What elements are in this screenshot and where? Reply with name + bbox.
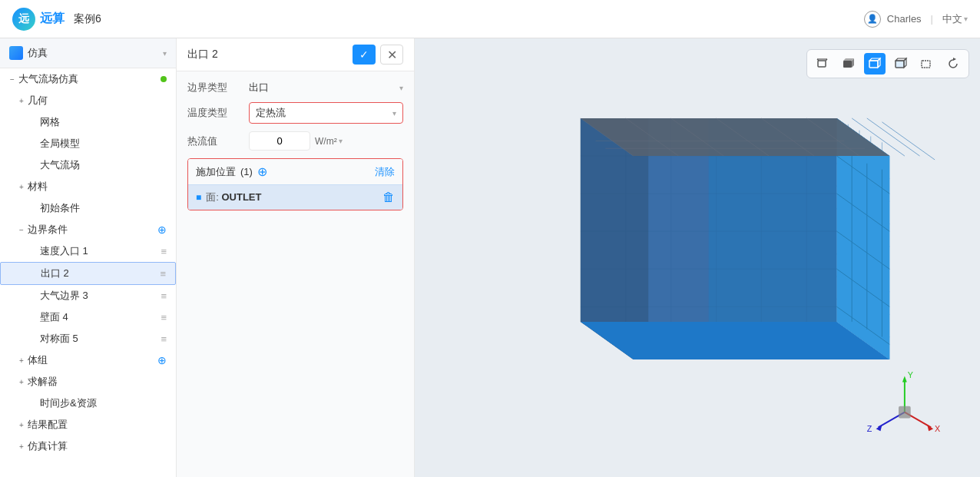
- boundary-type-row: 边界类型 出口 ▾: [187, 81, 403, 94]
- sidebar-item-vel-inlet1[interactable]: 速度入口 1 ≡: [0, 240, 176, 262]
- language-selector[interactable]: 中文 ▾: [942, 12, 968, 26]
- reset-view-button[interactable]: [942, 53, 964, 75]
- sidebar-item-sym5[interactable]: 对称面 5 ≡: [0, 328, 176, 349]
- sidebar: 仿真 ▾ − 大气流场仿真 + 几何 网格 全局模型 大气流场 + 材料: [0, 38, 177, 477]
- language-label: 中文: [942, 12, 962, 26]
- panel-body: 边界类型 出口 ▾ 温度类型 定热流 ▾ 热流值: [177, 71, 414, 220]
- heat-flux-input[interactable]: [249, 131, 310, 151]
- user-avatar-icon: 👤: [864, 11, 881, 28]
- unit-text: W/m²: [315, 136, 337, 147]
- svg-rect-13: [922, 61, 930, 68]
- chevron-down-icon: ▾: [339, 137, 343, 145]
- tree-label: 对称面 5: [40, 332, 161, 346]
- cube-icon: [9, 46, 23, 60]
- boundary-type-text: 出口: [249, 81, 269, 94]
- close-button[interactable]: ✕: [380, 45, 403, 65]
- sidebar-title: 仿真: [28, 46, 48, 60]
- tree-label: 大气流场: [40, 158, 167, 172]
- tree-label: 仿真计算: [28, 439, 167, 453]
- clear-button[interactable]: 清除: [375, 165, 395, 179]
- delete-location-button[interactable]: 🗑: [382, 190, 395, 204]
- add-body-button[interactable]: ⊕: [157, 354, 167, 366]
- confirm-button[interactable]: ✓: [353, 45, 376, 65]
- sidebar-item-atm-boundary3[interactable]: 大气边界 3 ≡: [0, 285, 176, 306]
- solid-view-button[interactable]: [838, 53, 859, 75]
- svg-rect-4: [843, 61, 852, 68]
- menu-icon[interactable]: ≡: [161, 333, 167, 345]
- sidebar-item-boundary[interactable]: − 边界条件 ⊕: [0, 219, 176, 240]
- svg-marker-14: [953, 58, 956, 61]
- temp-type-row: 温度类型 定热流 ▾: [187, 102, 403, 124]
- panel-header: 出口 2 ✓ ✕: [177, 38, 414, 71]
- perspective-view-button[interactable]: [812, 53, 833, 75]
- sidebar-item-global-model[interactable]: 全局模型: [0, 133, 176, 154]
- sidebar-item-solver[interactable]: + 求解器: [0, 371, 176, 393]
- expand-icon[interactable]: +: [15, 356, 28, 365]
- temp-type-label: 温度类型: [187, 106, 249, 120]
- sidebar-item-sim-calc[interactable]: + 仿真计算: [0, 436, 176, 457]
- sidebar-item-geo[interactable]: + 几何: [0, 90, 176, 111]
- heat-flux-label: 热流值: [187, 134, 249, 148]
- tree-label: 几何: [28, 94, 167, 108]
- tree-label: 壁面 4: [40, 310, 161, 324]
- svg-rect-7: [869, 61, 878, 68]
- sidebar-item-material[interactable]: + 材料: [0, 176, 176, 197]
- menu-icon[interactable]: ≡: [160, 268, 166, 280]
- expand-icon[interactable]: +: [15, 442, 28, 451]
- header-right: 👤 Charles | 中文 ▾: [864, 11, 968, 28]
- expand-icon[interactable]: −: [15, 226, 28, 234]
- hidden-line-button[interactable]: [916, 53, 938, 75]
- expand-icon[interactable]: +: [15, 97, 28, 105]
- menu-icon[interactable]: ≡: [161, 290, 167, 302]
- tree-label: 出口 2: [41, 267, 160, 280]
- expand-icon[interactable]: −: [6, 75, 18, 84]
- sidebar-title-group: 仿真: [9, 46, 48, 60]
- logo-text: 远算: [40, 11, 65, 27]
- header-left: 远 远算 案例6: [12, 8, 101, 31]
- heat-flux-input-group: W/m² ▾: [249, 131, 343, 151]
- add-boundary-button[interactable]: ⊕: [157, 224, 167, 236]
- sidebar-item-atm-sim[interactable]: − 大气流场仿真: [0, 68, 176, 90]
- menu-icon[interactable]: ≡: [161, 246, 167, 257]
- sidebar-item-result-config[interactable]: + 结果配置: [0, 414, 176, 436]
- 3d-model-view: Y Z X: [415, 38, 980, 477]
- panel-actions: ✓ ✕: [353, 45, 403, 65]
- svg-rect-10: [896, 61, 904, 68]
- temp-type-value: 定热流: [256, 106, 286, 120]
- sidebar-item-wall4[interactable]: 壁面 4 ≡: [0, 306, 176, 328]
- temp-type-select[interactable]: 定热流 ▾: [249, 102, 403, 124]
- expand-icon[interactable]: +: [15, 421, 28, 429]
- tree-label: 网格: [40, 115, 167, 129]
- expand-icon[interactable]: +: [15, 183, 28, 191]
- location-header: 施加位置 (1) ⊕ 清除: [188, 159, 402, 184]
- tree-label: 初始条件: [40, 201, 167, 215]
- property-panel: 出口 2 ✓ ✕ 边界类型 出口 ▾ 温度类型 定热流 ▾: [177, 38, 415, 477]
- 3d-viewport: Y Z X: [415, 38, 980, 477]
- sidebar-item-init-cond[interactable]: 初始条件: [0, 197, 176, 219]
- tree-label: 体组: [28, 353, 154, 367]
- sidebar-collapse-icon[interactable]: ▾: [163, 49, 167, 58]
- sidebar-item-timestep[interactable]: 时间步&资源: [0, 393, 176, 414]
- sidebar-header: 仿真 ▾: [0, 38, 176, 68]
- tree-label: 结果配置: [28, 418, 167, 432]
- heat-flux-unit: W/m² ▾: [315, 136, 343, 147]
- location-title-group: 施加位置 (1) ⊕: [196, 164, 267, 179]
- add-location-icon[interactable]: ⊕: [257, 164, 267, 179]
- logo-icon: 远: [12, 8, 35, 31]
- sidebar-item-atm-field[interactable]: 大气流场: [0, 154, 176, 176]
- sidebar-item-outlet2[interactable]: 出口 2 ≡: [0, 262, 176, 285]
- location-title: 施加位置: [196, 165, 236, 179]
- svg-marker-57: [581, 118, 889, 156]
- transparent-view-button[interactable]: [890, 53, 912, 75]
- wireframe-view-button[interactable]: [864, 53, 886, 75]
- face-icon: ■: [196, 192, 201, 203]
- svg-text:X: X: [935, 424, 940, 433]
- heat-flux-row: 热流值 W/m² ▾: [187, 131, 403, 151]
- chevron-down-icon: ▾: [392, 109, 396, 118]
- boundary-type-value: 出口 ▾: [249, 81, 403, 94]
- sidebar-item-body[interactable]: + 体组 ⊕: [0, 349, 176, 371]
- sidebar-item-mesh[interactable]: 网格: [0, 111, 176, 133]
- tree-label: 边界条件: [28, 223, 154, 237]
- expand-icon[interactable]: +: [15, 378, 28, 386]
- menu-icon[interactable]: ≡: [161, 312, 167, 323]
